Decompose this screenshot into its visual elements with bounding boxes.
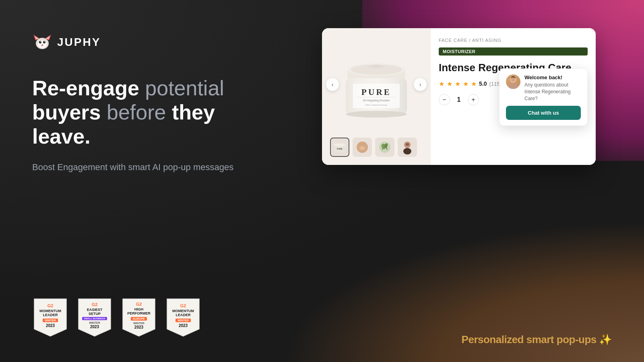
chat-text: Welcome back! Any questions about Intens… [524,74,581,102]
product-card: ‹ [322,28,596,165]
product-category: FACE CARE / ANTI AGING [439,38,588,43]
hero-light-1: potential [139,76,224,100]
rating-score: 5.0 [479,80,487,87]
badge-4-subtitle: WINTER [175,319,191,322]
bottom-tagline-container: Personalized smart pop-ups ✨ [462,333,612,346]
g2-logo-3: G2 [136,302,142,306]
svg-text:PURE: PURE [361,87,391,97]
badge-1-subtitle: WINTER [43,319,58,322]
quantity-decrease[interactable]: − [439,94,450,105]
badge-momentum-leader-2: G2 MomentumLeader WINTER 2023 [165,296,201,338]
thumb-herb-icon [378,140,392,154]
svg-text:Oil Integrating Emulsion: Oil Integrating Emulsion [363,99,390,102]
svg-point-6 [39,41,41,43]
badge-shape-2: G2 EasiestSetup Small Business WINTER 20… [76,297,113,337]
image-nav-left[interactable]: ‹ [326,78,339,91]
badge-4-content: G2 MomentumLeader WINTER 2023 [172,303,194,328]
star-1: ★ [439,80,444,88]
chat-welcome: Welcome back! [524,74,581,80]
svg-point-31 [403,148,411,154]
badge-2-subtitle: Small Business [82,317,107,320]
badge-momentum-leader: G2 MomentumLeader WINTER 2023 [32,296,68,338]
left-arrow-icon: ‹ [332,81,334,88]
hero-subtext: Boost Engagement with smart AI pop-up me… [32,160,274,174]
badge-shape-3: G2 HighPerformer Europe WINTER 2023 [121,297,157,337]
logo-container: JUPHY [32,32,274,52]
badge-3-content: G2 HighPerformer Europe WINTER 2023 [127,302,151,329]
star-4: ★ [463,80,469,88]
thumb-cream-icon [355,140,369,154]
badge-shape-1: G2 MomentumLeader WINTER 2023 [32,297,68,337]
badge-1-content: G2 MomentumLeader WINTER 2023 [39,303,61,328]
badge-3-year: 2023 [134,325,143,329]
star-2: ★ [447,80,452,88]
right-panel: ‹ [274,24,612,338]
svg-point-7 [43,41,45,43]
chat-popup: Welcome back! Any questions about Intens… [499,68,588,126]
quantity-value: 1 [455,96,463,103]
g2-logo-4: G2 [180,303,186,308]
badge-1-year: 2023 [46,323,55,328]
right-arrow-icon: › [419,81,421,88]
thumbnail-4[interactable] [398,138,417,157]
svg-point-24 [334,143,345,146]
hero-bold-1: Re-engage [32,76,139,100]
badge-2-title: EasiestSetup [87,308,103,316]
chat-avatar [506,74,520,89]
svg-point-22 [346,111,407,117]
page-wrapper: JUPHY Re-engage potential buyers before … [0,0,644,362]
g2-logo-1: G2 [47,303,54,308]
badge-4-year: 2023 [179,323,188,328]
chat-header: Welcome back! Any questions about Intens… [506,74,581,102]
avatar-icon [506,74,520,89]
hero-bold-4: leave. [32,125,91,148]
badge-2-season: WINTER [89,321,100,324]
product-jar-image: PURE Oil Integrating Emulsion 50ml • Nat… [338,46,415,123]
juphy-logo-icon [32,32,52,52]
product-image-section: ‹ [322,28,431,165]
badge-1-title: MomentumLeader [39,309,61,317]
svg-text:50ml • Natural Formula: 50ml • Natural Formula [365,104,387,106]
thumbnail-1[interactable]: PURE [330,138,349,157]
thumbnail-3[interactable] [375,138,394,157]
svg-point-8 [40,41,41,42]
product-info-section: FACE CARE / ANTI AGING MOISTURIZER Inten… [431,28,596,165]
image-nav-right[interactable]: › [414,78,427,91]
badge-easiest-setup: G2 EasiestSetup Small Business WINTER 20… [76,296,113,338]
product-main-image: ‹ [330,36,423,133]
bottom-tagline: Personalized smart pop-ups ✨ [462,333,612,346]
star-5: ★ [471,80,477,88]
badges-row: G2 MomentumLeader WINTER 2023 G2 Easiest… [32,296,274,338]
quantity-increase[interactable]: + [468,94,479,105]
thumbnail-2[interactable] [353,138,372,157]
svg-point-35 [511,78,515,82]
badge-3-subtitle: Europe [131,317,147,321]
badge-3-season: WINTER [133,322,144,325]
svg-text:PURE: PURE [337,148,343,150]
badge-shape-4: G2 MomentumLeader WINTER 2023 [165,297,201,337]
brand-name: JUPHY [57,36,101,49]
svg-point-34 [508,83,518,89]
hero-heading: Re-engage potential buyers before they l… [32,76,274,148]
hero-light-2: before [101,101,172,124]
badge-2-year: 2023 [90,325,99,329]
thumbnail-row: PURE [330,138,423,157]
chat-button[interactable]: Chat with us [506,106,581,120]
chat-description: Any questions about Intense Regenerating… [524,82,581,102]
svg-point-10 [41,44,43,45]
thumb-jar-icon: PURE [332,140,347,154]
star-3: ★ [455,80,460,88]
thumb-person-icon [400,140,415,154]
badge-4-title: MomentumLeader [172,309,194,317]
g2-logo-2: G2 [92,302,98,307]
badge-2-content: G2 EasiestSetup Small Business WINTER 20… [82,302,107,329]
product-tag: MOISTURIZER [439,47,588,56]
left-panel: JUPHY Re-engage potential buyers before … [32,24,274,338]
hero-bold-2: buyers [32,101,101,124]
hero-bold-3: they [172,101,215,124]
badge-3-title: HighPerformer [127,308,151,316]
svg-rect-32 [406,143,409,146]
badge-high-performer: G2 HighPerformer Europe WINTER 2023 [121,296,157,338]
svg-point-9 [44,41,45,42]
